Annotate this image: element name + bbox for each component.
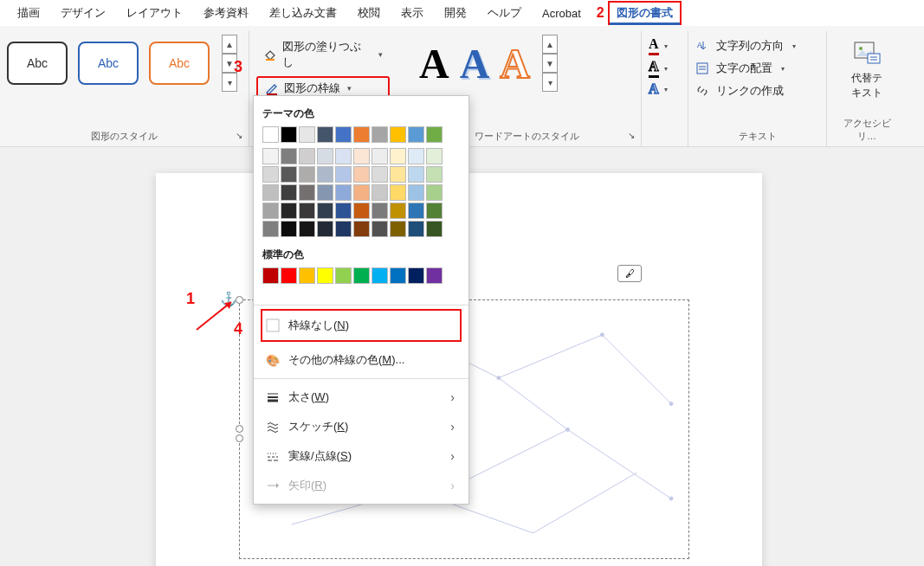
gallery-up-icon[interactable]: ▲ bbox=[222, 35, 237, 54]
color-swatch[interactable] bbox=[390, 184, 406, 201]
tab-acrobat[interactable]: Acrobat bbox=[532, 3, 591, 24]
color-swatch[interactable] bbox=[317, 166, 333, 183]
text-outline-button[interactable]: A▾ bbox=[649, 59, 681, 78]
color-swatch[interactable] bbox=[372, 148, 388, 164]
color-swatch[interactable] bbox=[335, 203, 352, 219]
color-swatch[interactable] bbox=[281, 203, 297, 219]
color-swatch[interactable] bbox=[317, 126, 333, 143]
color-swatch[interactable] bbox=[353, 203, 370, 219]
color-swatch[interactable] bbox=[262, 166, 279, 183]
color-swatch[interactable] bbox=[299, 166, 315, 183]
color-swatch[interactable] bbox=[390, 267, 406, 284]
color-swatch[interactable] bbox=[317, 184, 333, 201]
alt-text-button[interactable]: 代替テ キスト bbox=[834, 40, 900, 100]
color-swatch[interactable] bbox=[281, 184, 297, 201]
color-swatch[interactable] bbox=[372, 166, 388, 183]
wordart-gallery[interactable]: A A A ▲ ▼ ▾ bbox=[419, 35, 634, 92]
color-swatch[interactable] bbox=[408, 184, 424, 201]
color-swatch[interactable] bbox=[426, 184, 443, 201]
color-swatch[interactable] bbox=[281, 126, 297, 143]
color-swatch[interactable] bbox=[408, 166, 424, 183]
color-swatch[interactable] bbox=[353, 148, 370, 164]
color-swatch[interactable] bbox=[426, 203, 443, 219]
color-swatch[interactable] bbox=[426, 221, 443, 237]
no-outline-item[interactable]: 枠線なし(N)枠線なし(N) bbox=[261, 309, 462, 342]
color-swatch[interactable] bbox=[353, 166, 370, 183]
dialog-launcher-icon[interactable]: ↘ bbox=[625, 131, 637, 143]
color-swatch[interactable] bbox=[281, 267, 297, 284]
eyedropper-button[interactable]: 🖋 bbox=[617, 265, 642, 282]
tab-draw[interactable]: 描画 bbox=[7, 1, 50, 25]
color-swatch[interactable] bbox=[408, 267, 424, 284]
color-swatch[interactable] bbox=[335, 221, 352, 237]
color-swatch[interactable] bbox=[353, 221, 370, 237]
shape-style-swatch[interactable]: Abc bbox=[78, 42, 139, 85]
wordart-swatch[interactable]: A bbox=[419, 40, 449, 87]
color-swatch[interactable] bbox=[317, 221, 333, 237]
tab-review[interactable]: 校閲 bbox=[347, 1, 391, 25]
color-swatch[interactable] bbox=[262, 126, 279, 143]
tab-developer[interactable]: 開発 bbox=[434, 1, 477, 25]
color-swatch[interactable] bbox=[353, 267, 370, 284]
color-swatch[interactable] bbox=[353, 184, 370, 201]
color-swatch[interactable] bbox=[299, 203, 315, 219]
color-swatch[interactable] bbox=[299, 126, 315, 143]
color-swatch[interactable] bbox=[408, 148, 424, 164]
sketch-item[interactable]: スケッチ(K)› bbox=[262, 412, 460, 441]
color-swatch[interactable] bbox=[408, 126, 424, 143]
color-swatch[interactable] bbox=[299, 221, 315, 237]
color-swatch[interactable] bbox=[317, 203, 333, 219]
dashes-item[interactable]: 実線/点線(S)› bbox=[262, 441, 460, 471]
tab-shape-format[interactable]: 図形の書式 bbox=[608, 1, 682, 25]
shape-fill-button[interactable]: 図形の塗りつぶし▾ bbox=[256, 36, 390, 73]
color-swatch[interactable] bbox=[390, 148, 406, 164]
color-swatch[interactable] bbox=[281, 166, 297, 183]
color-swatch[interactable] bbox=[353, 126, 370, 143]
wordart-swatch[interactable]: A bbox=[500, 40, 530, 87]
color-swatch[interactable] bbox=[390, 203, 406, 219]
gallery-up-icon[interactable]: ▲ bbox=[542, 35, 558, 54]
tab-design[interactable]: デザイン bbox=[50, 1, 116, 25]
color-swatch[interactable] bbox=[426, 267, 443, 284]
color-swatch[interactable] bbox=[335, 126, 352, 143]
wordart-swatch[interactable]: A bbox=[460, 40, 490, 87]
color-swatch[interactable] bbox=[372, 267, 388, 284]
text-fill-button[interactable]: A▾ bbox=[649, 36, 681, 55]
color-swatch[interactable] bbox=[335, 148, 352, 164]
color-swatch[interactable] bbox=[262, 267, 279, 284]
color-swatch[interactable] bbox=[262, 184, 279, 201]
color-swatch[interactable] bbox=[335, 267, 352, 284]
tab-help[interactable]: ヘルプ bbox=[477, 1, 532, 25]
color-swatch[interactable] bbox=[299, 184, 315, 201]
color-swatch[interactable] bbox=[390, 166, 406, 183]
dialog-launcher-icon[interactable]: ↘ bbox=[233, 131, 245, 143]
color-swatch[interactable] bbox=[390, 126, 406, 143]
color-swatch[interactable] bbox=[372, 126, 388, 143]
shape-style-swatch[interactable]: Abc bbox=[7, 42, 68, 85]
color-swatch[interactable] bbox=[372, 221, 388, 237]
gallery-down-icon[interactable]: ▼ bbox=[542, 54, 558, 73]
text-effects-button[interactable]: A▾ bbox=[649, 81, 681, 97]
color-swatch[interactable] bbox=[317, 267, 333, 284]
color-swatch[interactable] bbox=[426, 148, 443, 164]
color-swatch[interactable] bbox=[426, 166, 443, 183]
create-link-button[interactable]: リンクの作成 bbox=[695, 83, 819, 99]
shape-style-gallery[interactable]: Abc Abc Abc ▲ ▼ ▾ bbox=[7, 35, 242, 92]
color-swatch[interactable] bbox=[299, 267, 315, 284]
more-outline-colors-item[interactable]: 🎨 その他の枠線の色(M)... bbox=[262, 345, 460, 375]
color-swatch[interactable] bbox=[408, 221, 424, 237]
color-swatch[interactable] bbox=[335, 184, 352, 201]
shape-style-swatch[interactable]: Abc bbox=[149, 42, 210, 85]
color-swatch[interactable] bbox=[281, 148, 297, 164]
align-text-button[interactable]: 文字の配置▾ bbox=[695, 61, 819, 76]
color-swatch[interactable] bbox=[317, 148, 333, 164]
color-swatch[interactable] bbox=[426, 126, 443, 143]
gallery-more-icon[interactable]: ▾ bbox=[542, 73, 558, 92]
weight-item[interactable]: 太さ(W)› bbox=[262, 383, 460, 412]
tab-view[interactable]: 表示 bbox=[391, 1, 434, 25]
color-swatch[interactable] bbox=[335, 166, 352, 183]
tab-mailings[interactable]: 差し込み文書 bbox=[259, 1, 347, 25]
resize-handle[interactable] bbox=[236, 425, 243, 433]
color-swatch[interactable] bbox=[408, 203, 424, 219]
color-swatch[interactable] bbox=[372, 203, 388, 219]
